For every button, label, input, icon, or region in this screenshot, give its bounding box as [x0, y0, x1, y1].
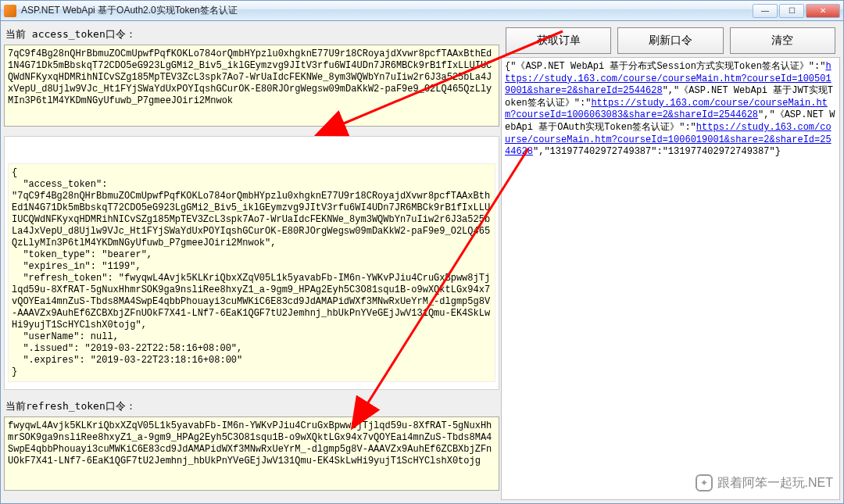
clear-button[interactable]: 清空: [730, 27, 835, 54]
window-title: ASP.NET WebApi 基于OAuth2.0实现Token签名认证: [21, 4, 753, 17]
access-token-label: 当前 access_token口令：: [4, 24, 499, 43]
refresh-token-label: 当前refresh_token口令：: [4, 396, 499, 415]
maximize-button[interactable]: ☐: [779, 4, 804, 18]
result-textbox[interactable]: {"《ASP.NET WebApi 基于分布式Session方式实现Token签…: [501, 57, 840, 500]
token-json-content: { "access_token": "7qC9f4Bg28nQHrBbmuZOC…: [8, 163, 495, 382]
result-text-1: {"《ASP.NET WebApi 基于分布式Session方式实现Token签…: [505, 61, 825, 72]
window-controls: — ☐ ✕: [753, 4, 840, 18]
result-text-4: ","131977402972749387":"1319774029727493…: [533, 146, 781, 157]
close-button[interactable]: ✕: [806, 4, 840, 18]
content-area: 当前 access_token口令： 7qC9f4Bg28nQHrBbmuZOC…: [1, 21, 843, 503]
access-token-textbox[interactable]: 7qC9f4Bg28nQHrBbmuZOCmUpwfPqfKOKLo784orQ…: [4, 45, 499, 127]
token-json-textbox[interactable]: { "access_token": "7qC9f4Bg28nQHrBbmuZOC…: [4, 136, 499, 390]
titlebar[interactable]: ASP.NET WebApi 基于OAuth2.0实现Token签名认证 — ☐…: [1, 1, 843, 21]
refresh-token-textbox[interactable]: fwyqwL4Avjk5KLKriQbxXZqV05L1k5yavabFb-IM…: [4, 416, 499, 491]
minimize-button[interactable]: —: [753, 4, 778, 18]
refresh-token-button[interactable]: 刷新口令: [617, 27, 723, 54]
right-column: 获取订单 刷新口令 清空 {"《ASP.NET WebApi 基于分布式Sess…: [501, 24, 840, 500]
get-order-button[interactable]: 获取订单: [506, 27, 611, 54]
left-column: 当前 access_token口令： 7qC9f4Bg28nQHrBbmuZOC…: [4, 24, 499, 500]
button-row: 获取订单 刷新口令 清空: [501, 24, 840, 55]
app-window: ASP.NET WebApi 基于OAuth2.0实现Token签名认证 — ☐…: [0, 0, 844, 504]
app-icon: [4, 5, 16, 17]
